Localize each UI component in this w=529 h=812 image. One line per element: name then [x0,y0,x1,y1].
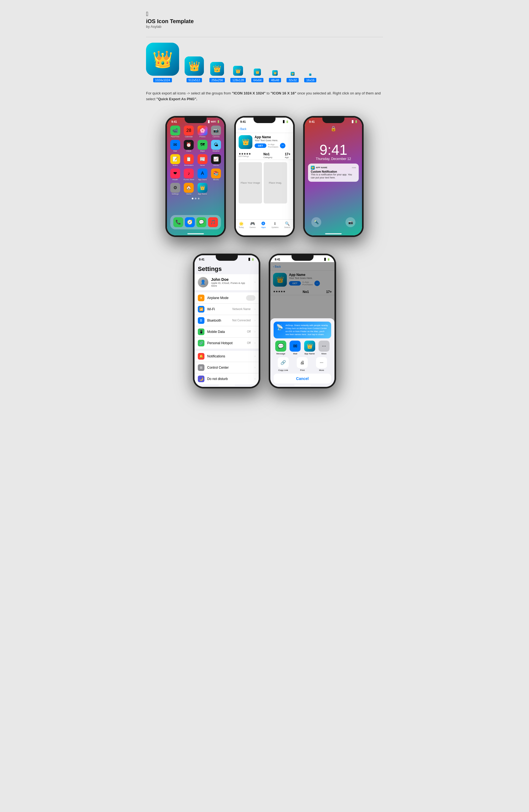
app-health[interactable]: ❤ Health [169,169,181,180]
settings-row-donotdisturb[interactable]: 🌙 Do not disturb › [195,373,259,385]
app-maps[interactable]: 🗺 Maps [197,140,209,152]
copy-link-label: Copy Link [278,369,288,372]
share-messages-app[interactable]: 💬 Message [275,340,286,355]
settings-profile-row[interactable]: 👤 John Doe Apple ID, iCloud, iTunes & Ap… [195,274,259,290]
settings-row-mobiledata[interactable]: 📱 Mobile Data Off › [195,326,259,337]
control-center-icon: ⊞ [198,364,204,371]
cancel-button[interactable]: Cancel [274,374,331,383]
tab-apps[interactable]: 🅐 Apps [261,221,266,228]
profile-sub: Apple ID, iCloud, iTunes & App Store [211,282,251,287]
app-camera[interactable]: 📷 Camera [210,126,222,138]
status-time-lock: 9:41 [309,120,315,124]
more-button[interactable]: ··· [280,143,285,148]
iphone-appstore: 9:41 ▊ 🔋 ‹ Back 👑 [234,116,295,237]
app-news[interactable]: 📰 News [197,154,209,166]
status-bar-home: 9:41 ▊ WiFi 🔋 [167,118,224,125]
app-facetime[interactable]: 📹 FaceTime [169,126,181,138]
stars: ★★★★★ [239,152,251,155]
print-action[interactable]: 🖨 Print [297,357,308,372]
facetime-label: FaceTime [171,136,180,138]
settings-row-bluetooth[interactable]: B Bluetooth Not Connected › [195,315,259,326]
app-appname-home[interactable]: 👑 App Name [197,183,209,195]
header-divider [146,37,383,37]
calendar-label: Calendar [185,136,192,138]
status-time-home: 9:41 [171,120,177,124]
profile-avatar: 👤 [198,277,208,288]
share-overlay: 📡 AirDrop. Share instantly with people n… [270,255,334,387]
back-button[interactable]: ‹ Back [239,128,246,131]
hotspot-icon: 🔗 [198,340,204,346]
app-stocks[interactable]: 📈 Stocks [210,154,222,166]
icon-size-48: 👑 48x48 [269,70,281,82]
copy-link-action[interactable]: 🔗 Copy Link [278,357,289,372]
tab-games[interactable]: 🎮 Games [249,221,256,228]
mobile-data-chevron-icon: › [255,330,255,333]
share-mail-app[interactable]: ✉ Mail [289,340,301,355]
tab-today[interactable]: 🌟 Today [239,221,244,228]
get-button[interactable]: GET [255,143,267,148]
icon-512: 👑 [185,56,204,76]
home-indicator-5 [294,385,311,386]
app-grid-row4: ❤ Health ♪ iTunes Store A App Store [167,168,224,182]
app-itunes[interactable]: ♪ iTunes Store [183,169,195,180]
app-notes[interactable]: 📝 Notes [169,154,181,166]
more-action[interactable]: ··· More [316,357,327,372]
lock-icon: 🔒 [305,126,362,132]
header-subtitle: by Asylab [146,25,383,29]
dock-messages-icon[interactable]: 💬 [197,217,206,227]
app-weather[interactable]: 🌤 Weather [210,140,222,152]
iphone-settings: 9:41 ▊ 🔋 Settings 👤 John Do [193,253,260,389]
app-clock[interactable]: ⏰ Clock [183,140,195,152]
copy-link-icon: 🔗 [278,357,289,368]
notifications-icon: 🔔 [198,353,204,360]
airplane-toggle[interactable] [246,295,255,301]
settings-row-appname[interactable]: 👑 App Name › [195,387,259,387]
dock-music-icon[interactable]: 🎵 [208,217,218,227]
tab-search[interactable]: 🔍 Search [284,221,290,228]
app-home-kit[interactable]: 🏠 Home [183,183,195,195]
status-bar-appstore: 9:41 ▊ 🔋 [236,118,293,125]
app-reminders[interactable]: 📋 Reminders [183,154,195,166]
battery-icon-settings: 🔋 [251,258,254,261]
app-mail[interactable]: ✉ Mail [169,140,181,152]
no1-section: No1 Category [263,152,272,159]
app-photos[interactable]: 🌸 Photos [197,126,209,138]
phones-row-top: 9:41 ▊ WiFi 🔋 📹 FaceTime [146,116,383,237]
tab-updates[interactable]: ⬇ Updates [271,221,278,228]
settings-row-controlcenter[interactable]: ⊞ Control Center › [195,362,259,373]
settings-row-airplane[interactable]: ✈ Airplane Mode [195,292,259,304]
itunes-label: iTunes Store [184,179,194,180]
status-bar-lock: 9:41 ▊ 🔋 [305,118,362,125]
share-actions-row: 🔗 Copy Link 🖨 Print ··· [274,357,331,372]
app-ibooks[interactable]: 📚 iBooks [210,169,222,180]
signal-icon-lock: ▊ [352,120,354,123]
settings-home-label: Settings [172,193,178,195]
settings-row-hotspot[interactable]: 🔗 Personal Hotspot Off › [195,337,259,349]
share-appname-app[interactable]: 👑 App Name [304,340,315,355]
icon-size-64: 👑 64x64 [251,69,263,82]
settings-section-notifications: 🔔 Notifications › ⊞ Control Center › 🌙 [195,351,259,385]
battery-icon-share: 🔋 [327,258,330,261]
notifications-chevron-icon: › [255,354,255,358]
share-more-app[interactable]: ··· More [318,340,330,355]
notifications-label: Notifications [207,354,251,358]
icon-size-16: 16x16 [304,73,316,82]
app-appstore-home[interactable]: A App Store [197,169,209,180]
appstore-app-name: App Name [255,135,290,139]
no1-label: No1 [263,152,272,156]
dock-safari-icon[interactable]: 🧭 [185,217,195,227]
settings-row-notifications[interactable]: 🔔 Notifications › [195,351,259,362]
icon-48: 👑 [272,70,278,76]
app-calendar[interactable]: 28 Calendar [183,126,195,138]
camera-lock-icon[interactable]: 📷 [345,217,355,227]
appstore-app-icon: 👑 [239,135,252,149]
app-grid-row2: ✉ Mail ⏰ Clock 🗺 Maps [167,139,224,153]
dock-phone-icon[interactable]: 📞 [173,217,183,227]
flashlight-icon[interactable]: 🔦 [311,217,321,227]
settings-row-wifi[interactable]: 📶 Wi-Fi Network Name › [195,304,259,315]
app-settings-home[interactable]: ⚙ Settings [169,183,181,195]
camera-label: Camera [213,136,219,138]
appstore-screen-wrap: 9:41 ▊ 🔋 ‹ Back 👑 [236,118,293,235]
homescreen-bg: 9:41 ▊ WiFi 🔋 📹 FaceTime [167,118,224,235]
age-label: 17+ [285,152,290,156]
